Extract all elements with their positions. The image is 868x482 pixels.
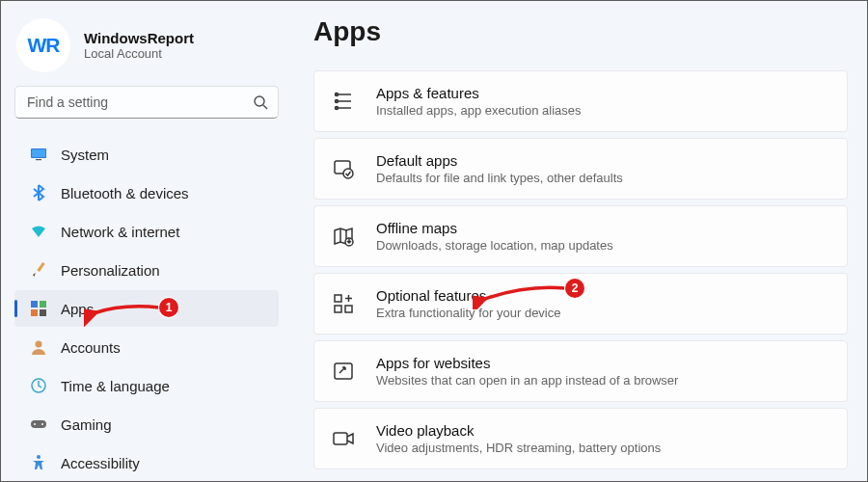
card-default-apps[interactable]: Default apps Defaults for file and link … [313, 138, 848, 200]
sidebar-item-label: Time & language [61, 378, 170, 394]
bluetooth-icon [30, 184, 47, 201]
svg-point-11 [36, 341, 42, 348]
default-apps-icon [332, 157, 355, 180]
gaming-icon [30, 415, 47, 433]
card-sub: Downloads, storage location, map updates [376, 238, 613, 253]
svg-point-16 [37, 455, 41, 459]
sidebar-item-personalization[interactable]: Personalization [14, 252, 279, 288]
avatar: WR [16, 18, 70, 72]
sidebar-item-time-language[interactable]: Time & language [14, 367, 279, 404]
sidebar-item-accounts[interactable]: Accounts [14, 329, 279, 365]
nav-list: System Bluetooth & devices Network & int… [14, 136, 279, 481]
svg-rect-5 [37, 262, 44, 272]
sidebar-item-system[interactable]: System [14, 136, 279, 173]
apps-features-icon [332, 90, 355, 113]
svg-rect-3 [32, 149, 45, 157]
search-box[interactable] [14, 86, 279, 119]
profile-name: WindowsReport [84, 30, 194, 46]
svg-rect-7 [31, 301, 38, 308]
svg-line-1 [263, 105, 267, 109]
card-title: Optional features [376, 287, 560, 304]
settings-list: Apps & features Installed apps, app exec… [313, 70, 848, 469]
card-sub: Installed apps, app execution aliases [376, 103, 581, 118]
sidebar-item-bluetooth[interactable]: Bluetooth & devices [14, 174, 279, 211]
card-sub: Defaults for file and link types, other … [376, 171, 623, 185]
sidebar-item-label: Network & internet [61, 224, 179, 240]
svg-point-14 [34, 423, 36, 425]
svg-point-24 [343, 169, 353, 178]
page-title: Apps [313, 16, 848, 47]
sidebar-item-label: Personalization [61, 262, 160, 279]
accounts-icon [30, 338, 47, 356]
profile-sub: Local Account [84, 46, 194, 61]
system-icon [30, 146, 47, 163]
card-title: Apps for websites [376, 355, 678, 371]
sidebar-item-label: Gaming [61, 416, 112, 433]
card-apps-websites[interactable]: Apps for websites Websites that can open… [313, 340, 848, 402]
sidebar: WR WindowsReport Local Account System Bl… [1, 1, 292, 481]
svg-marker-6 [33, 273, 36, 277]
svg-rect-29 [335, 306, 341, 312]
optional-features-icon [332, 292, 355, 315]
sidebar-item-label: System [61, 147, 109, 163]
svg-rect-33 [335, 363, 352, 379]
svg-rect-30 [345, 306, 352, 312]
time-language-icon [30, 377, 47, 394]
svg-point-15 [41, 423, 43, 425]
svg-rect-34 [334, 433, 347, 444]
card-video-playback[interactable]: Video playback Video adjustments, HDR st… [313, 408, 848, 469]
svg-rect-10 [40, 309, 46, 316]
sidebar-item-network[interactable]: Network & internet [14, 213, 279, 250]
card-sub: Video adjustments, HDR streaming, batter… [376, 441, 661, 455]
card-offline-maps[interactable]: Offline maps Downloads, storage location… [313, 205, 848, 267]
apps-websites-icon [332, 360, 355, 383]
sidebar-item-gaming[interactable]: Gaming [14, 406, 279, 442]
network-icon [30, 223, 47, 240]
svg-rect-4 [36, 159, 41, 160]
sidebar-item-label: Bluetooth & devices [61, 185, 189, 201]
accessibility-icon [30, 454, 47, 471]
svg-rect-8 [40, 301, 46, 308]
card-optional-features[interactable]: Optional features Extra functionality fo… [313, 273, 848, 335]
svg-point-0 [255, 96, 264, 106]
card-title: Default apps [376, 152, 623, 169]
video-playback-icon [332, 427, 355, 450]
card-title: Apps & features [376, 85, 581, 101]
card-apps-features[interactable]: Apps & features Installed apps, app exec… [313, 70, 848, 132]
sidebar-item-apps[interactable]: Apps [14, 290, 279, 327]
card-title: Offline maps [376, 220, 613, 236]
svg-rect-28 [335, 295, 341, 302]
svg-rect-9 [31, 309, 38, 316]
sidebar-item-label: Accessibility [61, 455, 140, 471]
profile-block[interactable]: WR WindowsReport Local Account [14, 14, 279, 72]
offline-maps-icon [332, 225, 355, 248]
sidebar-item-label: Apps [61, 301, 94, 317]
card-sub: Websites that can open in an app instead… [376, 373, 678, 388]
sidebar-item-label: Accounts [61, 339, 121, 356]
card-title: Video playback [376, 422, 661, 439]
card-sub: Extra functionality for your device [376, 306, 560, 320]
search-input[interactable] [27, 94, 243, 110]
search-icon [253, 94, 268, 110]
main-panel: Apps Apps & features Installed apps, app… [292, 1, 867, 481]
svg-rect-13 [31, 420, 46, 428]
apps-icon [30, 300, 47, 317]
sidebar-item-accessibility[interactable]: Accessibility [14, 444, 279, 481]
personalization-icon [30, 261, 47, 279]
